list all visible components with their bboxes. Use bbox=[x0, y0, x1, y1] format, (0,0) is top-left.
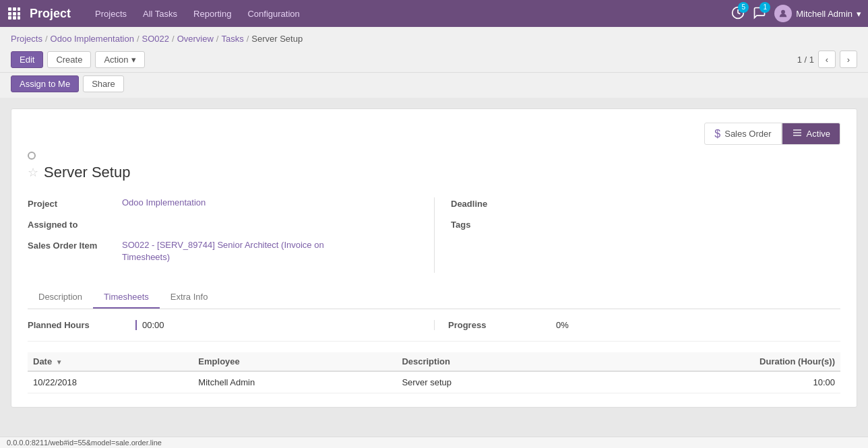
user-dropdown-icon: ▾ bbox=[857, 9, 861, 19]
nav-item-projects[interactable]: Projects bbox=[88, 6, 133, 22]
planned-hours-field: Planned Hours 00:00 bbox=[28, 320, 434, 330]
user-name: Mitchell Admin bbox=[796, 9, 852, 19]
tabs: Description Timesheets Extra Info bbox=[28, 286, 840, 309]
pagination-text: 1 / 1 bbox=[797, 55, 814, 65]
nav-item-reporting[interactable]: Reporting bbox=[187, 6, 238, 22]
col-date[interactable]: Date ▼ bbox=[28, 352, 193, 371]
breadcrumb-bar: Projects / Odoo Implementation / SO022 /… bbox=[0, 27, 868, 46]
sales-order-button[interactable]: $ Sales Order bbox=[704, 123, 781, 145]
prev-button[interactable]: ‹ bbox=[818, 51, 836, 68]
card-title-row: ☆ Server Setup bbox=[28, 164, 840, 181]
sales-order-label: Sales Order bbox=[724, 129, 771, 139]
sales-order-item-field-row: Sales Order Item SO022 - [SERV_89744] Se… bbox=[28, 239, 434, 263]
tab-description[interactable]: Description bbox=[28, 286, 93, 309]
svg-rect-7 bbox=[13, 16, 16, 20]
progress-label: Progress bbox=[448, 320, 556, 330]
active-button[interactable]: Active bbox=[782, 123, 840, 145]
assigned-to-field-row: Assigned to bbox=[28, 218, 434, 230]
top-right-icons: 5 1 Mitchell Admin ▾ bbox=[731, 5, 861, 22]
chat-icon[interactable]: 1 bbox=[753, 6, 766, 22]
svg-rect-4 bbox=[13, 12, 16, 15]
avatar bbox=[774, 5, 792, 22]
toolbar2: Assign to Me Share bbox=[0, 73, 868, 98]
svg-rect-6 bbox=[8, 16, 11, 20]
clock-icon[interactable]: 5 bbox=[731, 6, 745, 22]
sales-order-item-value[interactable]: SO022 - [SERV_89744] Senior Architect (I… bbox=[122, 239, 324, 263]
toolbar-right: 1 / 1 ‹ › bbox=[797, 51, 857, 68]
toolbar: Edit Create Action ▾ 1 / 1 ‹ › bbox=[0, 46, 868, 73]
col-description: Description bbox=[396, 352, 579, 371]
col-employee: Employee bbox=[193, 352, 396, 371]
edit-button[interactable]: Edit bbox=[11, 51, 43, 68]
assign-to-me-button[interactable]: Assign to Me bbox=[11, 75, 79, 92]
timesheets-table: Date ▼ Employee Description Duration (Ho… bbox=[28, 352, 840, 393]
breadcrumb-sep-4: / bbox=[216, 34, 219, 44]
breadcrumb-item-odoo-impl[interactable]: Odoo Implementation bbox=[51, 34, 134, 44]
progress-field: Progress 0% bbox=[434, 320, 840, 330]
action-button-label: Action bbox=[104, 55, 128, 65]
breadcrumb-sep-2: / bbox=[137, 34, 140, 44]
svg-rect-1 bbox=[13, 7, 16, 11]
pagination: 1 / 1 bbox=[797, 55, 814, 65]
breadcrumb-item-so022[interactable]: SO022 bbox=[142, 34, 169, 44]
nav-item-all-tasks[interactable]: All Tasks bbox=[136, 6, 184, 22]
card-status-bar: $ Sales Order Active bbox=[28, 123, 840, 145]
svg-rect-5 bbox=[18, 12, 20, 15]
cell-employee: Mitchell Admin bbox=[193, 371, 396, 393]
active-label: Active bbox=[807, 129, 830, 139]
deadline-field-row: Deadline bbox=[451, 197, 840, 209]
breadcrumb-sep-5: / bbox=[247, 34, 249, 44]
project-field-row: Project Odoo Implementation bbox=[28, 197, 434, 209]
task-title: Server Setup bbox=[44, 164, 130, 181]
action-button[interactable]: Action ▾ bbox=[95, 51, 144, 68]
breadcrumb-sep-3: / bbox=[172, 34, 175, 44]
sales-order-item-label: Sales Order Item bbox=[28, 239, 122, 251]
cell-duration: 10:00 bbox=[580, 371, 840, 393]
project-value[interactable]: Odoo Implementation bbox=[122, 197, 206, 207]
deadline-label: Deadline bbox=[451, 197, 545, 209]
project-label: Project bbox=[28, 197, 122, 209]
app-title: Project bbox=[30, 7, 71, 21]
top-navigation: Project Projects All Tasks Reporting Con… bbox=[0, 0, 868, 27]
task-card: $ Sales Order Active ☆ Server Setup bbox=[11, 108, 857, 408]
assigned-to-label: Assigned to bbox=[28, 218, 122, 230]
dollar-icon: $ bbox=[714, 128, 720, 140]
nav-item-configuration[interactable]: Configuration bbox=[241, 6, 306, 22]
left-fields: Project Odoo Implementation Assigned to … bbox=[28, 197, 434, 273]
col-duration: Duration (Hour(s)) bbox=[580, 352, 840, 371]
next-button[interactable]: › bbox=[840, 51, 857, 68]
chat-badge: 1 bbox=[760, 2, 770, 13]
user-menu[interactable]: Mitchell Admin ▾ bbox=[774, 5, 861, 22]
create-button[interactable]: Create bbox=[47, 51, 91, 68]
svg-rect-8 bbox=[18, 16, 20, 20]
breadcrumb-sep-1: / bbox=[45, 34, 48, 44]
tab-timesheets[interactable]: Timesheets bbox=[93, 286, 160, 309]
timesheets-content: Planned Hours 00:00 Progress 0% Date bbox=[28, 320, 840, 393]
tags-label: Tags bbox=[451, 218, 545, 230]
progress-value: 0% bbox=[556, 320, 569, 330]
svg-rect-2 bbox=[18, 7, 20, 11]
action-dropdown-icon: ▾ bbox=[131, 55, 136, 65]
nav-menu: Projects All Tasks Reporting Configurati… bbox=[88, 6, 307, 22]
clock-badge: 5 bbox=[738, 2, 749, 13]
breadcrumb-item-overview[interactable]: Overview bbox=[177, 34, 214, 44]
tags-field-row: Tags bbox=[451, 218, 840, 230]
cell-description: Server setup bbox=[396, 371, 579, 393]
table-row: 10/22/2018 Mitchell Admin Server setup 1… bbox=[28, 371, 840, 393]
planned-hours-value[interactable]: 00:00 bbox=[142, 320, 164, 330]
breadcrumb-item-projects[interactable]: Projects bbox=[11, 34, 42, 44]
breadcrumb-current: Server Setup bbox=[251, 34, 303, 44]
apps-icon[interactable] bbox=[7, 6, 22, 21]
planned-hours-label: Planned Hours bbox=[28, 320, 135, 330]
svg-rect-0 bbox=[8, 7, 11, 11]
share-button[interactable]: Share bbox=[83, 75, 124, 92]
status-dot[interactable] bbox=[28, 152, 36, 160]
tab-extra-info[interactable]: Extra Info bbox=[160, 286, 219, 309]
breadcrumb: Projects / Odoo Implementation / SO022 /… bbox=[11, 34, 857, 44]
breadcrumb-item-tasks[interactable]: Tasks bbox=[221, 34, 243, 44]
svg-rect-3 bbox=[8, 12, 11, 15]
sort-icon: ▼ bbox=[56, 358, 63, 366]
table-header-row: Date ▼ Employee Description Duration (Ho… bbox=[28, 352, 840, 371]
star-icon[interactable]: ☆ bbox=[28, 165, 38, 180]
toolbar-left: Edit Create Action ▾ bbox=[11, 51, 145, 68]
